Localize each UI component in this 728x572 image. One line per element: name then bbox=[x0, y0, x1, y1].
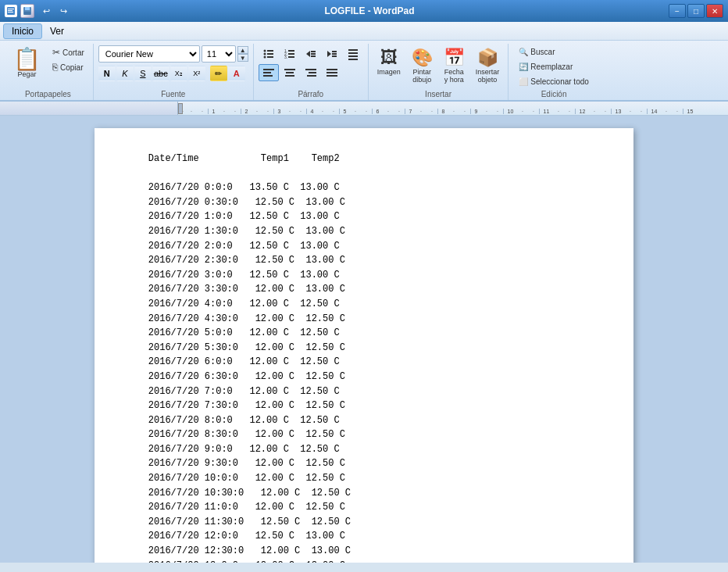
svg-rect-34 bbox=[284, 69, 295, 70]
list-row: 1.2.3. bbox=[259, 45, 363, 63]
font-color-icon: A bbox=[234, 69, 240, 78]
ribbon-group-clipboard: 📋 Pegar ✂ Cortar ⎘ Copiar Portapapeles bbox=[3, 44, 94, 100]
svg-rect-10 bbox=[267, 53, 273, 55]
clipboard-content: 📋 Pegar ✂ Cortar ⎘ Copiar bbox=[8, 45, 88, 88]
underline-button[interactable]: S bbox=[134, 66, 152, 81]
superscript-button[interactable]: X² bbox=[188, 66, 205, 81]
paste-icon: 📋 bbox=[13, 48, 41, 70]
font-size-arrows: ▲ ▼ bbox=[237, 46, 248, 62]
svg-rect-31 bbox=[263, 69, 274, 70]
svg-rect-3 bbox=[8, 12, 13, 13]
svg-rect-27 bbox=[348, 49, 358, 51]
svg-rect-26 bbox=[332, 55, 337, 57]
quick-access-save[interactable] bbox=[20, 4, 34, 18]
svg-rect-37 bbox=[305, 69, 316, 70]
justify-button[interactable] bbox=[322, 64, 342, 81]
window-title: LOGFILE - WordPad bbox=[73, 5, 666, 16]
cut-copy-stack: ✂ Cortar ⎘ Copiar bbox=[48, 45, 88, 74]
minimize-button[interactable]: − bbox=[669, 4, 686, 18]
find-button[interactable]: 🔍 Buscar bbox=[513, 45, 560, 59]
bullets-button[interactable] bbox=[259, 45, 279, 63]
svg-rect-41 bbox=[327, 72, 337, 73]
svg-rect-24 bbox=[332, 51, 337, 52]
object-icon: 📦 bbox=[477, 48, 498, 68]
insertar-content: 🖼 Imagen 🎨 Pintardibujo 📅 Fechay hora 📦 … bbox=[373, 45, 504, 88]
ribbon-group-insertar: 🖼 Imagen 🎨 Pintardibujo 📅 Fechay hora 📦 … bbox=[369, 44, 509, 100]
svg-rect-21 bbox=[311, 53, 316, 55]
svg-rect-35 bbox=[286, 72, 294, 73]
insert-object-button[interactable]: 📦 Insertarobjeto bbox=[472, 45, 504, 87]
insert-paint-button[interactable]: 🎨 Pintardibujo bbox=[408, 45, 437, 87]
close-button[interactable]: ✕ bbox=[706, 4, 723, 18]
copy-button[interactable]: ⎘ Copiar bbox=[48, 60, 88, 74]
line-spacing-button[interactable] bbox=[343, 45, 363, 63]
font-selector-row: Courier New 11 ▲ ▼ bbox=[98, 45, 248, 63]
svg-rect-12 bbox=[267, 56, 273, 58]
svg-rect-1 bbox=[8, 9, 14, 9]
font-size-up[interactable]: ▲ bbox=[237, 46, 248, 54]
ribbon-groups: 📋 Pegar ✂ Cortar ⎘ Copiar Portapapeles bbox=[0, 44, 728, 100]
svg-point-9 bbox=[263, 53, 266, 55]
highlight-button[interactable]: ✏ bbox=[210, 66, 227, 81]
select-all-icon: ⬜ bbox=[519, 77, 528, 86]
svg-rect-33 bbox=[263, 75, 273, 77]
maximize-button[interactable]: □ bbox=[687, 4, 705, 18]
svg-rect-5 bbox=[25, 7, 30, 10]
document-area[interactable]: Date/Time Temp1 Temp2 2016/7/20 0:0:0 13… bbox=[0, 116, 728, 563]
strikethrough-button[interactable]: abc bbox=[152, 66, 170, 81]
increase-indent-button[interactable] bbox=[322, 45, 342, 63]
svg-rect-8 bbox=[267, 50, 273, 52]
svg-rect-28 bbox=[348, 52, 358, 54]
svg-rect-30 bbox=[348, 59, 358, 60]
svg-marker-19 bbox=[306, 51, 310, 57]
font-size-down[interactable]: ▼ bbox=[237, 54, 248, 62]
image-icon: 🖼 bbox=[380, 48, 398, 68]
bold-button[interactable]: N bbox=[98, 66, 116, 81]
window-controls: − □ ✕ bbox=[669, 4, 723, 18]
menu-ver[interactable]: Ver bbox=[42, 24, 72, 38]
svg-rect-20 bbox=[311, 51, 316, 52]
align-row bbox=[259, 64, 342, 81]
menu-inicio[interactable]: Inicio bbox=[3, 23, 42, 39]
select-all-button[interactable]: ⬜ Seleccionar todo bbox=[513, 75, 594, 88]
quick-access-undo[interactable]: ↩ bbox=[39, 4, 53, 18]
ribbon-group-parrafo: 1.2.3. bbox=[254, 44, 369, 100]
font-color-button[interactable]: A bbox=[228, 66, 245, 81]
ribbon: 📋 Pegar ✂ Cortar ⎘ Copiar Portapapeles bbox=[0, 41, 728, 102]
svg-point-7 bbox=[263, 50, 266, 52]
find-icon: 🔍 bbox=[519, 48, 528, 56]
svg-rect-29 bbox=[348, 55, 358, 57]
svg-rect-42 bbox=[327, 75, 337, 77]
svg-rect-14 bbox=[288, 50, 294, 52]
menu-bar: Inicio Ver bbox=[0, 22, 728, 41]
paint-icon: 🎨 bbox=[412, 48, 433, 68]
svg-rect-6 bbox=[24, 12, 30, 15]
insert-image-button[interactable]: 🖼 Imagen bbox=[373, 45, 405, 79]
ruler: · · · 1 · · 2 · · 3 · · 4 · · 5 · · 6 · … bbox=[0, 102, 728, 116]
insert-datetime-button[interactable]: 📅 Fechay hora bbox=[440, 45, 469, 87]
italic-button[interactable]: K bbox=[116, 66, 134, 81]
document-content[interactable]: Date/Time Temp1 Temp2 2016/7/20 0:0:0 13… bbox=[126, 152, 602, 563]
replace-button[interactable]: 🔄 Reemplazar bbox=[513, 60, 578, 73]
align-left-button[interactable] bbox=[259, 64, 279, 81]
paste-button[interactable]: 📋 Pegar bbox=[8, 45, 46, 81]
subscript-button[interactable]: X₂ bbox=[170, 66, 187, 81]
decrease-indent-button[interactable] bbox=[301, 45, 321, 63]
numbered-list-button[interactable]: 1.2.3. bbox=[280, 45, 300, 63]
font-family-select[interactable]: Courier New bbox=[98, 45, 200, 63]
svg-rect-18 bbox=[288, 56, 294, 58]
align-right-button[interactable] bbox=[301, 64, 321, 81]
ribbon-group-edicion: 🔍 Buscar 🔄 Reemplazar ⬜ Seleccionar todo… bbox=[509, 44, 599, 100]
document-page: Date/Time Temp1 Temp2 2016/7/20 0:0:0 13… bbox=[95, 128, 633, 563]
svg-rect-32 bbox=[263, 72, 271, 73]
replace-icon: 🔄 bbox=[519, 63, 528, 71]
align-center-button[interactable] bbox=[280, 64, 300, 81]
font-size-select[interactable]: 11 bbox=[202, 45, 236, 63]
copy-icon: ⎘ bbox=[52, 62, 58, 73]
svg-rect-38 bbox=[309, 72, 316, 73]
cut-button[interactable]: ✂ Cortar bbox=[48, 45, 88, 59]
svg-rect-39 bbox=[307, 75, 316, 77]
svg-point-11 bbox=[263, 56, 266, 59]
svg-marker-23 bbox=[327, 51, 331, 57]
quick-access-redo[interactable]: ↪ bbox=[56, 4, 70, 18]
